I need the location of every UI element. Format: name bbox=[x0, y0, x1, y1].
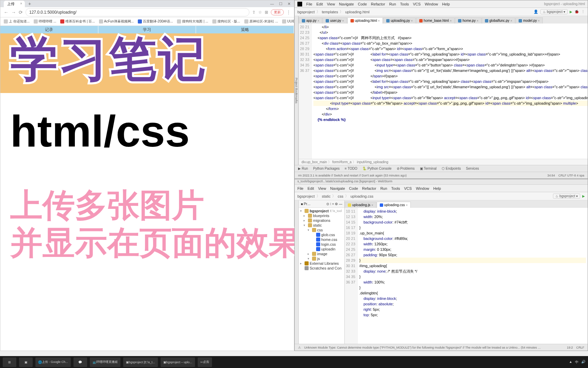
bookmark-item[interactable]: 搜狗社区 · 版... bbox=[212, 19, 240, 24]
new-tab-button[interactable]: + bbox=[28, 1, 31, 6]
tree-external[interactable]: ▸External Libraries bbox=[299, 261, 344, 266]
menu-refactor[interactable]: Refactor bbox=[371, 2, 385, 6]
tab-problems[interactable]: ⊘ Problems bbox=[397, 167, 415, 170]
bookmark-item[interactable]: 搜狗特大地图 | ... bbox=[177, 19, 208, 24]
editor-tab[interactable]: user.py× bbox=[323, 17, 347, 24]
maximize-icon[interactable]: ☐ bbox=[279, 2, 282, 6]
menu-edit[interactable]: Edit bbox=[308, 186, 314, 190]
tray-icon[interactable]: ▲ bbox=[569, 360, 572, 365]
menu-refactor[interactable]: Refactor bbox=[362, 186, 376, 190]
menu-icon[interactable]: ⋮ bbox=[287, 10, 291, 15]
back-icon[interactable]: ← bbox=[4, 10, 9, 15]
nav-item[interactable]: 策略 bbox=[196, 26, 294, 33]
tab-run[interactable]: ▶ Run bbox=[298, 167, 308, 170]
taskbar-app[interactable]: ▣ bgsproject [E:\s_t... bbox=[123, 357, 158, 367]
menu-run[interactable]: Run bbox=[389, 2, 396, 6]
tree-file[interactable]: uploadin bbox=[299, 247, 344, 251]
taskbar-app[interactable]: 📺 哔哩哔哩直播姬 bbox=[90, 357, 120, 367]
editor-tab-active[interactable]: uploading.html× bbox=[347, 17, 383, 24]
editor-tab[interactable]: uploading.js× bbox=[345, 202, 376, 208]
run-config-select[interactable]: ♨ bgsproject ▾ bbox=[553, 194, 580, 199]
tree-folder[interactable]: ▸migrations bbox=[299, 218, 344, 223]
left-stripe[interactable]: Project Bookmarks bbox=[295, 16, 298, 165]
editor-tab[interactable]: app.py× bbox=[299, 17, 322, 24]
system-tray[interactable]: ▲ 中 🔊 bbox=[569, 360, 585, 365]
menu-view[interactable]: View bbox=[318, 186, 326, 190]
tree-folder[interactable]: ▾css bbox=[299, 228, 344, 232]
menu-run[interactable]: Run bbox=[380, 186, 387, 190]
tree-folder[interactable]: ▸blueprints bbox=[299, 213, 344, 218]
menu-edit[interactable]: Edit bbox=[316, 2, 323, 6]
encoding-info[interactable]: CRLF UTF-8 4 spa bbox=[558, 174, 584, 177]
editor-tab-active[interactable]: uploading.css× bbox=[377, 202, 411, 208]
tree-scratches[interactable]: Scratches and Con bbox=[299, 266, 344, 271]
tab-endpoints[interactable]: ⬡ Endpoints bbox=[442, 167, 461, 170]
breadcrumb-item[interactable]: static bbox=[322, 194, 331, 198]
code-editor[interactable]: 10 11 12 13 14 15 16 17 18 19 20 21 22 2… bbox=[345, 208, 588, 344]
more-icon[interactable]: ⋮ bbox=[581, 10, 585, 14]
user-icon[interactable]: 👤 bbox=[534, 10, 538, 14]
tab-services[interactable]: Services bbox=[466, 167, 479, 170]
editor-tab[interactable]: uploading.py× bbox=[383, 17, 416, 24]
menu-vcs[interactable]: VCS bbox=[413, 2, 421, 6]
forward-icon[interactable]: → bbox=[11, 10, 16, 15]
menu-code[interactable]: Code bbox=[358, 2, 367, 6]
editor-tab[interactable]: model.py× bbox=[516, 17, 543, 24]
menu-file[interactable]: File bbox=[297, 186, 304, 190]
tab-packages[interactable]: Python Packages bbox=[313, 167, 340, 170]
menu-tools[interactable]: Tools bbox=[400, 2, 409, 6]
tree-folder[interactable]: ▾js bbox=[299, 256, 344, 261]
extension-icon[interactable]: ⊞ bbox=[265, 10, 268, 15]
bookmark-item[interactable]: 百度翻译-200种语... bbox=[138, 19, 173, 24]
run-icon[interactable]: ▶ bbox=[582, 194, 585, 198]
start-button[interactable]: ⊞ bbox=[3, 357, 16, 367]
bookmark-item[interactable]: UUID在线生成 - 1... bbox=[282, 19, 294, 24]
code-content[interactable]: display: inline-block; width: 20%; backg… bbox=[358, 208, 588, 344]
tree-folder[interactable]: ▸image bbox=[299, 251, 344, 256]
menu-help[interactable]: Help bbox=[442, 2, 450, 6]
taskbar-app[interactable]: ▣ bbox=[19, 357, 33, 367]
menu-window[interactable]: Window bbox=[425, 2, 438, 6]
left-stripe[interactable] bbox=[295, 200, 299, 344]
taskbar-app[interactable]: ✂ 必剪 bbox=[198, 357, 212, 367]
bookmark-item[interactable]: 原神社区-米游社 ... bbox=[244, 19, 278, 24]
bookmark-item[interactable]: 维基百科全书 | 百... bbox=[60, 19, 95, 24]
share-icon[interactable]: ⇪ bbox=[252, 10, 256, 15]
editor-tab[interactable]: globalfunc.py× bbox=[482, 17, 515, 24]
tab-todo[interactable]: ≡ TODO bbox=[345, 167, 357, 170]
close-icon[interactable]: ✕ bbox=[288, 2, 291, 6]
tree-file[interactable]: home.css bbox=[299, 237, 344, 242]
bookmark-item[interactable]: 上 你还知道... bbox=[4, 19, 30, 24]
menu-view[interactable]: View bbox=[327, 2, 335, 6]
taskbar-app[interactable]: 💬 bbox=[74, 357, 87, 367]
menu-window[interactable]: Window bbox=[416, 186, 429, 190]
tab-console[interactable]: 🐍 Python Console bbox=[362, 167, 391, 170]
menu-help[interactable]: Help bbox=[433, 186, 441, 190]
bookmark-item[interactable]: AcFun弹幕视频网... bbox=[99, 19, 134, 24]
taskbar-app[interactable]: 🌐 上传 - Google Ch... bbox=[35, 357, 71, 367]
breadcrumb-item[interactable]: uploading.html bbox=[345, 10, 370, 14]
cursor-position[interactable]: 34:84 bbox=[547, 174, 555, 177]
browser-tab[interactable]: 上传 × bbox=[4, 1, 25, 7]
menu-navigate[interactable]: Navigate bbox=[330, 186, 345, 190]
encoding-info[interactable]: CRLF bbox=[576, 346, 584, 349]
tree-settings-icon[interactable]: ⊙ ⁝ ÷ ⚙ — bbox=[326, 202, 342, 206]
editor-tab[interactable]: home_base.html× bbox=[416, 17, 455, 24]
taskbar-app[interactable]: ▣ bgsproject – uplo... bbox=[161, 357, 195, 367]
menu-navigate[interactable]: Navigate bbox=[339, 2, 354, 6]
code-editor[interactable]: 20 21 22 23 24 25 26 27 28 29 30 31 32 3… bbox=[299, 24, 588, 159]
tab-terminal[interactable]: ▣ Terminal bbox=[420, 167, 437, 170]
run-config-select[interactable]: ♨ bgsproject ▾ bbox=[540, 9, 568, 14]
star-icon[interactable]: ☆ bbox=[258, 10, 262, 15]
minimize-icon[interactable]: — bbox=[270, 2, 274, 6]
breadcrumb-item[interactable]: templates bbox=[322, 10, 338, 14]
run-icon[interactable]: ▶ bbox=[570, 10, 572, 14]
breadcrumb-item[interactable]: css bbox=[338, 194, 343, 198]
reload-icon[interactable]: ⟳ bbox=[19, 10, 23, 15]
editor-tab[interactable]: home.py× bbox=[455, 17, 481, 24]
tree-folder[interactable]: ▾static bbox=[299, 223, 344, 228]
menu-code[interactable]: Code bbox=[349, 186, 358, 190]
breadcrumb-item[interactable]: bgsproject bbox=[297, 194, 315, 198]
menu-file[interactable]: File bbox=[306, 2, 312, 6]
breadcrumb-item[interactable]: bgsproject bbox=[297, 10, 315, 14]
